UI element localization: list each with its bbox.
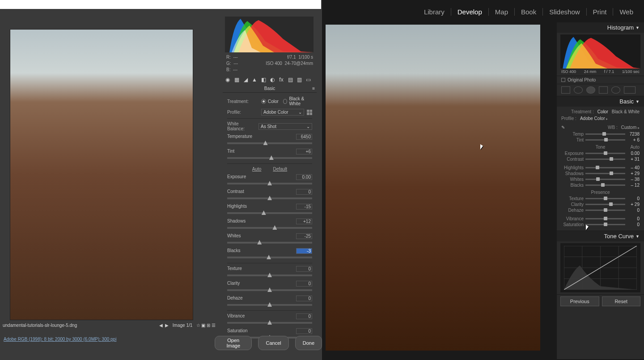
tool-fx-icon[interactable]: fx bbox=[278, 77, 284, 83]
rating-icon[interactable]: ☆ bbox=[196, 323, 200, 328]
tool-edit-icon[interactable]: ◉ bbox=[225, 77, 231, 83]
auto-button-lr[interactable]: Auto bbox=[630, 145, 640, 150]
temperature-slider[interactable]: Temperature6450 bbox=[227, 134, 312, 144]
tool-straighten-icon[interactable]: ◢ bbox=[242, 77, 249, 83]
saturation-value[interactable]: 0 bbox=[296, 328, 312, 334]
basic-panel-header-lr[interactable]: Basic▼ bbox=[557, 96, 644, 107]
nav-develop[interactable]: Develop bbox=[451, 8, 489, 16]
temperature-value[interactable]: 6450 bbox=[296, 134, 312, 140]
whites-value[interactable]: -25 bbox=[296, 233, 312, 239]
exposure-slider[interactable]: Exposure0.00 bbox=[227, 174, 312, 184]
reset-button[interactable]: Reset bbox=[602, 296, 641, 306]
shadows-value[interactable]: +12 bbox=[296, 219, 312, 224]
lr-dehaze-slider[interactable]: Dehaze0 bbox=[561, 208, 640, 213]
lr-wb-select[interactable]: Custom ▸ bbox=[621, 125, 640, 130]
profile-browse-icon[interactable] bbox=[307, 110, 312, 115]
done-button[interactable]: Done bbox=[295, 336, 322, 350]
clarity-slider[interactable]: Clarity0 bbox=[227, 281, 312, 291]
lr-shadows-slider[interactable]: Shadows+ 29 bbox=[561, 171, 640, 176]
auto-button[interactable]: Auto bbox=[252, 167, 262, 171]
lr-tint-value[interactable]: + 6 bbox=[627, 137, 640, 142]
lr-contrast-value[interactable]: + 31 bbox=[627, 157, 640, 162]
nav-library[interactable]: Library bbox=[418, 8, 451, 16]
lr-whites-value[interactable]: – 38 bbox=[627, 177, 640, 182]
lr-temp-slider[interactable]: Temp7238 bbox=[561, 132, 640, 137]
nav-book[interactable]: Book bbox=[515, 8, 543, 16]
blacks-slider[interactable]: Blacks-3 bbox=[227, 248, 312, 258]
profile-browse-icon[interactable] bbox=[635, 116, 640, 121]
prev-image-icon[interactable]: ◀ bbox=[159, 323, 163, 328]
treatment-bw-radio[interactable]: Black & White bbox=[283, 96, 312, 106]
dehaze-slider[interactable]: Dehaze0 bbox=[227, 296, 312, 306]
checkbox-icon[interactable] bbox=[561, 78, 565, 82]
tonecurve-panel-header[interactable]: Tone Curve▼ bbox=[557, 231, 644, 241]
redeye-tool-icon[interactable] bbox=[586, 86, 595, 94]
lr-contrast-slider[interactable]: Contrast+ 31 bbox=[561, 157, 640, 162]
tool-split-icon[interactable]: ▤ bbox=[287, 77, 293, 83]
lr-blacks-value[interactable]: – 12 bbox=[627, 183, 640, 188]
workflow-options-link[interactable]: Adobe RGB (1998); 8 bit; 2000 by 3000 (6… bbox=[4, 337, 116, 342]
lr-whites-slider[interactable]: Whites– 38 bbox=[561, 177, 640, 182]
lr-saturation-value[interactable]: 0 bbox=[627, 222, 640, 227]
lr-exposure-value[interactable]: 0.00 bbox=[627, 151, 640, 156]
lr-preview-image[interactable] bbox=[326, 25, 540, 351]
lr-exposure-slider[interactable]: Exposure0.00 bbox=[561, 151, 640, 156]
vibrance-slider[interactable]: Vibrance0 bbox=[227, 313, 312, 324]
contrast-slider[interactable]: Contrast0 bbox=[227, 189, 312, 199]
lr-dehaze-value[interactable]: 0 bbox=[627, 208, 640, 213]
lr-highlights-slider[interactable]: Highlights– 40 bbox=[561, 165, 640, 170]
lr-vibrance-value[interactable]: 0 bbox=[627, 216, 640, 221]
nav-slideshow[interactable]: Slideshow bbox=[543, 8, 586, 16]
gradient-tool-icon[interactable] bbox=[599, 86, 608, 94]
next-image-icon[interactable]: ▶ bbox=[165, 323, 169, 328]
lr-texture-value[interactable]: 0 bbox=[627, 196, 640, 201]
nav-web[interactable]: Web bbox=[613, 8, 640, 16]
filter-icon[interactable]: ▣ bbox=[201, 323, 205, 328]
lr-saturation-slider[interactable]: Saturation0 bbox=[561, 222, 640, 227]
lr-shadows-value[interactable]: + 29 bbox=[627, 171, 640, 176]
clarity-value[interactable]: 0 bbox=[296, 281, 312, 287]
lr-treatment-bw[interactable]: Black & White bbox=[612, 109, 640, 114]
exposure-value[interactable]: 0.00 bbox=[296, 174, 312, 180]
lr-texture-slider[interactable]: Texture0 bbox=[561, 196, 640, 201]
lr-tint-slider[interactable]: Tint+ 6 bbox=[561, 137, 640, 142]
treatment-color-radio[interactable]: Color bbox=[261, 99, 279, 104]
default-button[interactable]: Default bbox=[273, 167, 287, 171]
histogram[interactable] bbox=[225, 17, 314, 52]
nav-print[interactable]: Print bbox=[587, 8, 614, 16]
lr-blacks-slider[interactable]: Blacks– 12 bbox=[561, 183, 640, 188]
shadows-slider[interactable]: Shadows+12 bbox=[227, 219, 312, 229]
tool-lens-icon[interactable]: ◐ bbox=[269, 77, 275, 83]
contrast-value[interactable]: 0 bbox=[296, 189, 312, 195]
settings-icon[interactable]: ☰ bbox=[212, 323, 216, 328]
tool-detail-icon[interactable]: ▲ bbox=[251, 77, 258, 83]
previous-button[interactable]: Previous bbox=[560, 296, 599, 306]
crop-tool-icon[interactable] bbox=[561, 86, 570, 94]
texture-value[interactable]: 0 bbox=[296, 266, 312, 272]
vibrance-value[interactable]: 0 bbox=[296, 313, 312, 319]
wb-select[interactable]: As Shot⌄ bbox=[258, 123, 312, 130]
tool-crop-icon[interactable]: ▦ bbox=[233, 77, 240, 83]
whites-slider[interactable]: Whites-25 bbox=[227, 233, 312, 244]
tool-cal-icon[interactable]: ▥ bbox=[296, 77, 302, 83]
acr-preview-image[interactable] bbox=[10, 29, 193, 320]
tint-value[interactable]: +6 bbox=[296, 149, 312, 154]
cancel-button[interactable]: Cancel bbox=[258, 336, 288, 350]
histogram-panel-header[interactable]: Histogram▼ bbox=[557, 22, 644, 33]
lr-clarity-value[interactable]: + 29 bbox=[627, 202, 640, 207]
original-photo-row[interactable]: Original Photo bbox=[557, 76, 644, 84]
lr-profile-select[interactable]: Adobe Color ▸ bbox=[580, 116, 631, 121]
tint-slider[interactable]: Tint+6 bbox=[227, 149, 312, 159]
panel-menu-icon[interactable]: ≡ bbox=[312, 86, 315, 91]
texture-slider[interactable]: Texture0 bbox=[227, 266, 312, 276]
highlights-value[interactable]: -15 bbox=[296, 204, 312, 210]
highlights-slider[interactable]: Highlights-15 bbox=[227, 204, 312, 214]
profile-select[interactable]: Adobe Color⌄ bbox=[261, 109, 304, 116]
lr-highlights-value[interactable]: – 40 bbox=[627, 165, 640, 170]
dehaze-value[interactable]: 0 bbox=[296, 296, 312, 301]
brush-tool-icon[interactable] bbox=[624, 86, 636, 94]
lr-treatment-color[interactable]: Color bbox=[597, 109, 608, 114]
nav-map[interactable]: Map bbox=[489, 8, 515, 16]
spot-tool-icon[interactable] bbox=[574, 86, 583, 94]
blacks-value[interactable]: -3 bbox=[296, 248, 312, 254]
